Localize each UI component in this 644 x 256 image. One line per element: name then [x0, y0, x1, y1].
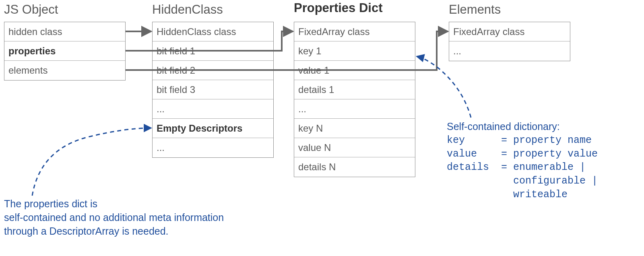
hiddenclass-row: bit field 3 — [153, 80, 273, 99]
annotation-value: writeable — [513, 188, 568, 202]
hiddenclass-row: HiddenClass class — [153, 22, 273, 41]
title-jsobject: JS Object — [4, 2, 58, 17]
hiddenclass-row: bit field 2 — [153, 61, 273, 80]
annotation-left: The properties dict is self-contained an… — [4, 197, 224, 238]
annotation-line: Self-contained dictionary: — [447, 120, 598, 134]
hiddenclass-row: ... — [153, 99, 273, 119]
propsdict-row: key 1 — [294, 41, 415, 61]
title-propsdict: Properties Dict — [294, 1, 383, 15]
propsdict-row: ... — [294, 99, 415, 119]
hiddenclass-row: bit field 1 — [153, 41, 273, 61]
propsdict-row: FixedArray class — [294, 22, 415, 41]
propsdict-box: FixedArray class key 1 value 1 details 1… — [294, 22, 415, 177]
hiddenclass-row: Empty Descriptors — [153, 119, 273, 138]
hiddenclass-box: HiddenClass class bit field 1 bit field … — [152, 22, 274, 158]
annotation-line: self-contained and no additional meta in… — [4, 211, 224, 225]
jsobject-box: hidden class properties elements — [4, 22, 126, 81]
propsdict-row: details N — [294, 157, 415, 177]
jsobject-row: hidden class — [4, 22, 125, 41]
title-hiddenclass: HiddenClass — [152, 2, 223, 17]
propsdict-row: value 1 — [294, 61, 415, 80]
dashed-arrow-left — [32, 128, 151, 196]
annotation-right: Self-contained dictionary: key = propert… — [447, 120, 598, 202]
annotation-line: through a DescriptorArray is needed. — [4, 225, 224, 238]
elements-box: FixedArray class ... — [449, 22, 570, 61]
annotation-value: configurable | — [513, 174, 598, 188]
annotation-value: = enumerable | — [501, 161, 586, 174]
annotation-line: The properties dict is — [4, 197, 224, 211]
propsdict-row: key N — [294, 119, 415, 138]
annotation-value: = property name — [501, 134, 592, 147]
annotation-key: details — [447, 161, 501, 174]
annotation-key: key — [447, 134, 501, 147]
dashed-arrow-right — [417, 56, 471, 118]
propsdict-row: value N — [294, 138, 415, 157]
jsobject-row: elements — [4, 61, 125, 80]
annotation-key: value — [447, 147, 501, 161]
propsdict-row: details 1 — [294, 80, 415, 99]
title-elements: Elements — [449, 2, 501, 17]
elements-row: ... — [449, 41, 570, 61]
jsobject-row: properties — [4, 41, 125, 61]
annotation-value: = property value — [501, 147, 598, 161]
hiddenclass-row: ... — [153, 138, 273, 157]
elements-row: FixedArray class — [449, 22, 570, 41]
